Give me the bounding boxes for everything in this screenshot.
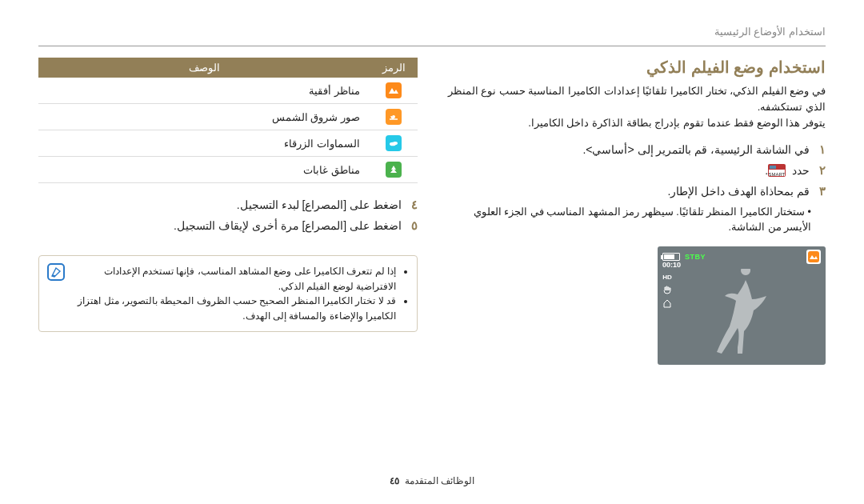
hand-icon: [662, 285, 672, 294]
svg-rect-4: [808, 251, 819, 262]
step-text: حدد SMART .: [446, 164, 810, 177]
note-box: إذا لم تتعرف الكاميرا على وضع المشاهد ال…: [38, 255, 418, 332]
landscape-mode-icon: [806, 250, 821, 264]
steps-list-left: ٤ اضغط على [المصراع] لبدء التسجيل. ٥ اضغ…: [38, 198, 418, 233]
row-desc: السماوات الزرقاء: [38, 130, 370, 157]
left-column: الرمز الوصف مناظر أفقية صور شروق الشمس ا…: [38, 58, 418, 365]
table-row: مناطق غابات: [38, 157, 418, 183]
row-desc: صور شروق الشمس: [38, 104, 370, 130]
svg-rect-2: [770, 166, 776, 169]
svg-point-5: [392, 115, 395, 118]
mode-table: الرمز الوصف مناظر أفقية صور شروق الشمس ا…: [38, 58, 418, 183]
hd-icon: HD: [662, 274, 672, 281]
th-desc: الوصف: [38, 58, 370, 78]
intro-2: يتوفر هذا الوضع فقط عندما تقوم بإدراج بط…: [446, 115, 826, 131]
smart-movie-icon: SMART: [768, 164, 786, 177]
landscape-icon: [386, 82, 402, 98]
step-text-label: حدد: [792, 164, 810, 177]
step-number: ١: [819, 142, 826, 157]
step-3-bullet: ستختار الكاميرا المنظر تلقائيًا. سيظهر ر…: [446, 205, 811, 235]
page-header: استخدام الأوضاع الرئيسية: [38, 24, 826, 46]
step-1: ١ في الشاشة الرئيسية، قم بالتمرير إلى <أ…: [446, 142, 826, 157]
step-3: ٣ قم بمحاذاة الهدف داخل الإطار.: [446, 184, 826, 198]
note-item: إذا لم تتعرف الكاميرا على وضع المشاهد ال…: [74, 264, 396, 294]
rec-time: 00:10: [662, 261, 681, 269]
status-text: STBY: [685, 253, 706, 261]
page-number: ٤٥: [390, 475, 399, 486]
preview-side-icons: HD: [662, 274, 672, 308]
dancer-silhouette: [706, 269, 778, 357]
step-text: اضغط على [المصراع] مرة أخرى لإيقاف التسج…: [38, 219, 402, 232]
step-number: ٢: [819, 163, 826, 178]
home-icon: [662, 298, 672, 308]
step-text: قم بمحاذاة الهدف داخل الإطار.: [446, 185, 810, 198]
step-text: اضغط على [المصراع] لبدء التسجيل.: [38, 198, 402, 211]
step-number: ٤: [411, 198, 418, 212]
intro-1: في وضع الفيلم الذكي، تختار الكاميرا تلقا…: [446, 83, 826, 115]
svg-point-7: [393, 142, 398, 145]
forest-icon: [386, 162, 402, 178]
camera-preview: STBY 00:10 HD: [658, 246, 826, 365]
right-column: استخدام وضع الفيلم الذكي في وضع الفيلم ا…: [446, 58, 826, 365]
footer-section: الوظائف المتقدمة: [405, 475, 474, 486]
page-footer: الوظائف المتقدمة ٤٥: [0, 475, 864, 486]
svg-line-8: [53, 275, 55, 276]
row-desc: مناطق غابات: [38, 157, 370, 183]
table-row: مناظر أفقية: [38, 78, 418, 104]
note-icon: [47, 263, 65, 281]
note-item: قد لا تختار الكاميرا المنظر الصحيح حسب ا…: [74, 294, 396, 323]
th-icon: الرمز: [370, 58, 418, 78]
table-row: صور شروق الشمس: [38, 104, 418, 130]
step-number: ٣: [819, 184, 826, 198]
step-text: في الشاشة الرئيسية، قم بالتمرير إلى <أسا…: [446, 143, 810, 156]
steps-list: ١ في الشاشة الرئيسية، قم بالتمرير إلى <أ…: [446, 142, 826, 235]
battery-icon: [662, 253, 680, 261]
table-row: السماوات الزرقاء: [38, 130, 418, 157]
row-desc: مناظر أفقية: [38, 78, 370, 104]
step-5: ٥ اضغط على [المصراع] مرة أخرى لإيقاف الت…: [38, 218, 418, 233]
sunrise-icon: [386, 109, 402, 125]
step-4: ٤ اضغط على [المصراع] لبدء التسجيل.: [38, 198, 418, 212]
bluesky-icon: [386, 135, 402, 151]
svg-text:SMART: SMART: [769, 172, 786, 177]
section-title: استخدام وضع الفيلم الذكي: [446, 58, 826, 77]
breadcrumb: استخدام الأوضاع الرئيسية: [714, 26, 826, 38]
step-2: ٢ حدد SMART .: [446, 163, 826, 178]
step-number: ٥: [411, 218, 418, 233]
